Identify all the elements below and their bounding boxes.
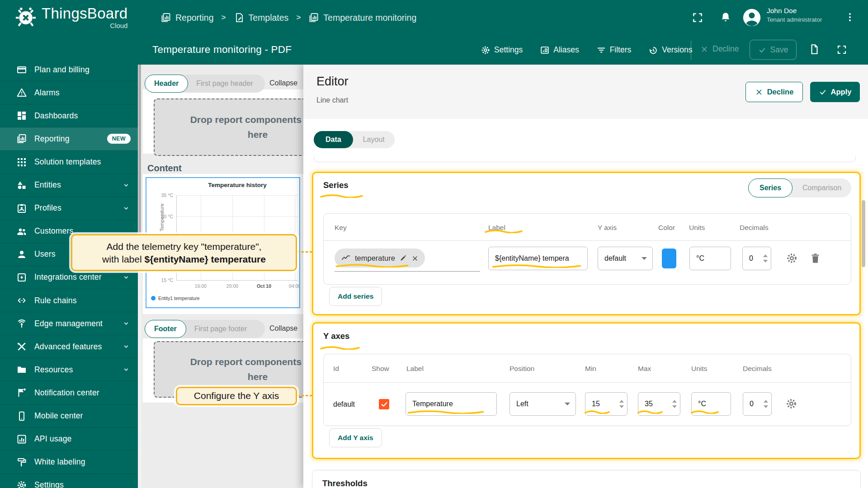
apply-button[interactable]: Apply xyxy=(810,82,860,102)
toggle-comparison[interactable]: Comparison xyxy=(793,184,851,192)
y-axis-position-select[interactable]: Left xyxy=(509,392,576,416)
toolbar-decline-label: Decline xyxy=(712,44,739,54)
top-bar: ThingsBoard Cloud Reporting>Templates>Te… xyxy=(0,0,868,35)
breadcrumb-item[interactable]: Templates xyxy=(234,12,289,23)
sidebar-item-api-usage[interactable]: API usage xyxy=(0,428,142,451)
close-icon xyxy=(411,255,419,262)
header-dropzone[interactable]: Drop report components from here xyxy=(154,99,303,156)
show-checkbox[interactable] xyxy=(379,399,389,409)
toolbar-settings-button[interactable]: Settings xyxy=(481,45,523,55)
chevron-down-icon xyxy=(122,319,131,328)
fullscreen-icon[interactable] xyxy=(836,44,847,55)
remove-key-icon[interactable] xyxy=(411,254,419,262)
y-axis-decimals-value: 0 xyxy=(750,400,754,408)
tab-first-page-footer[interactable]: First page footer xyxy=(186,325,255,333)
sidebar-item-profiles[interactable]: Profiles xyxy=(0,197,142,220)
chevron-down-icon xyxy=(122,204,131,213)
y-axis-min-input[interactable]: 15 xyxy=(585,392,627,416)
sidebar-item-mobile-center[interactable]: Mobile center xyxy=(0,405,142,428)
avatar[interactable] xyxy=(741,7,762,28)
sidebar-item-notification-center[interactable]: Notification center xyxy=(0,381,142,404)
tab-header[interactable]: Header xyxy=(145,75,188,93)
series-color-swatch[interactable] xyxy=(662,249,676,268)
column-header-label: Label xyxy=(406,365,424,373)
y-axis-settings-gear-icon[interactable] xyxy=(785,398,797,410)
y-axis-max-input[interactable]: 35 xyxy=(638,392,680,416)
sidebar-scrollbar-thumb[interactable] xyxy=(138,39,141,251)
stepper-arrows[interactable] xyxy=(763,254,768,263)
sidebar-item-entities[interactable]: Entities xyxy=(0,174,142,197)
sidebar-item-alarms[interactable]: Alarms xyxy=(0,81,142,104)
sidebar-item-advanced-features[interactable]: Advanced features xyxy=(0,335,142,358)
sidebar-item-edge-management[interactable]: Edge management xyxy=(0,312,142,335)
series-yaxis-select[interactable]: default xyxy=(598,247,653,270)
breadcrumb-item[interactable]: Temperature monitoring xyxy=(308,12,416,23)
tab-footer[interactable]: Footer xyxy=(145,320,186,338)
stepper-arrows[interactable] xyxy=(764,400,768,408)
sidebar-item-white-labeling[interactable]: White labeling xyxy=(0,451,142,474)
table-separator xyxy=(324,382,851,383)
toolbar-action-label: Versions xyxy=(662,45,692,55)
breadcrumb-separator: > xyxy=(296,13,301,22)
flag-icon xyxy=(16,387,27,398)
collapse-button[interactable]: Collapse xyxy=(269,324,297,333)
sidebar-item-label: Reporting xyxy=(34,134,70,144)
logo-icon xyxy=(14,5,38,29)
fullscreen-icon[interactable] xyxy=(692,12,703,23)
series-delete-trash-icon[interactable] xyxy=(809,252,821,264)
chart-title: Temperature history xyxy=(176,182,298,188)
edit-pencil-icon[interactable] xyxy=(399,254,407,263)
notifications-bell-icon[interactable] xyxy=(720,11,731,23)
stepper-arrows[interactable] xyxy=(672,400,677,408)
add-series-button[interactable]: Add series xyxy=(329,287,382,306)
collapse-button[interactable]: Collapse xyxy=(269,79,297,87)
check-icon xyxy=(819,88,827,96)
tab-first-page-header[interactable]: First page header xyxy=(188,80,261,88)
tab-layout[interactable]: Layout xyxy=(353,136,395,144)
breadcrumb-item[interactable]: Reporting xyxy=(160,12,214,23)
tab-data[interactable]: Data xyxy=(314,131,353,148)
aliases-icon xyxy=(540,45,550,55)
sidebar-item-reporting[interactable]: ReportingNEW xyxy=(0,127,142,150)
template-title: Temperature monitoring - PDF xyxy=(152,44,292,56)
decline-label: Decline xyxy=(767,88,794,96)
toolbar-decline-button[interactable]: Decline xyxy=(700,44,739,54)
y-axis-label-input[interactable] xyxy=(406,392,497,416)
brand[interactable]: ThingsBoard Cloud xyxy=(14,5,127,29)
series-units-input[interactable] xyxy=(689,247,731,270)
sidebar-item-dashboards[interactable]: Dashboards xyxy=(0,104,142,127)
template-toolbar: Temperature monitoring - PDF SettingsAli… xyxy=(0,35,868,65)
widget-editor-panel: Editor Line chart Decline Apply Data Lay… xyxy=(303,65,868,488)
editor-scrollbar-thumb[interactable] xyxy=(862,200,865,267)
toolbar-action-label: Filters xyxy=(610,45,632,55)
tooltip-line: Add the telemetry key "temperature", xyxy=(72,240,296,253)
scrolled-card-edge xyxy=(314,156,856,162)
versions-icon xyxy=(648,45,658,55)
sidebar-item-solution-templates[interactable]: Solution templates xyxy=(0,150,142,174)
series-key-label: temperature xyxy=(355,254,395,263)
toggle-series[interactable]: Series xyxy=(748,178,793,197)
series-settings-gear-icon[interactable] xyxy=(786,252,798,264)
sidebar-item-rule-chains[interactable]: Rule chains xyxy=(0,289,142,312)
new-badge: NEW xyxy=(107,134,131,144)
column-header-show: Show xyxy=(372,365,389,373)
add-y-axis-button[interactable]: Add Y axis xyxy=(329,428,382,447)
toolbar-save-button[interactable]: Save xyxy=(750,40,797,60)
dashboard-icon xyxy=(16,110,27,121)
sidebar-item-resources[interactable]: Resources xyxy=(0,358,142,381)
sidebar-item-settings[interactable]: Settings xyxy=(0,474,142,488)
series-label-input[interactable] xyxy=(488,247,588,270)
generate-report-icon[interactable] xyxy=(808,43,820,55)
y-axis-units-input[interactable] xyxy=(691,392,731,416)
series-key-chip[interactable]: temperature xyxy=(335,249,425,267)
more-menu-icon[interactable] xyxy=(844,12,855,23)
y-axis-decimals-input[interactable]: 0 xyxy=(743,392,772,416)
footer-tab-group: Footer First page footer xyxy=(145,320,265,338)
toolbar-versions-button[interactable]: Versions xyxy=(648,45,692,55)
toolbar-filters-button[interactable]: Filters xyxy=(596,45,632,55)
series-decimals-input[interactable]: 0 xyxy=(742,247,771,270)
stepper-arrows[interactable] xyxy=(619,400,624,408)
toolbar-aliases-button[interactable]: Aliases xyxy=(540,45,579,55)
chevron-icon xyxy=(122,342,131,351)
decline-button[interactable]: Decline xyxy=(745,82,803,102)
